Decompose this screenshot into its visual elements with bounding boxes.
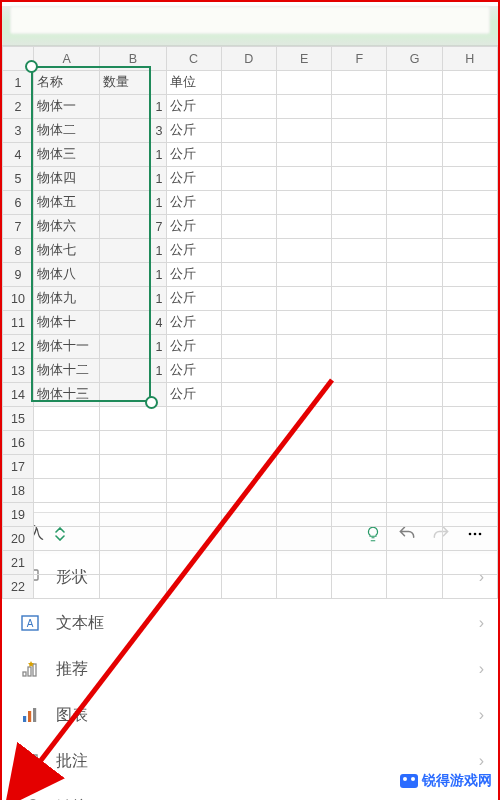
cell[interactable] — [33, 503, 99, 527]
cell[interactable] — [166, 575, 221, 599]
cell[interactable] — [276, 383, 331, 407]
row-header[interactable]: 10 — [3, 287, 34, 311]
cell[interactable] — [387, 431, 442, 455]
cell[interactable] — [276, 95, 331, 119]
row-header[interactable]: 22 — [3, 575, 34, 599]
cell[interactable] — [387, 71, 442, 95]
cell[interactable] — [332, 335, 387, 359]
cell[interactable] — [276, 455, 331, 479]
cell[interactable] — [100, 407, 166, 431]
row-header[interactable]: 4 — [3, 143, 34, 167]
row-header[interactable]: 15 — [3, 407, 34, 431]
cell[interactable] — [332, 311, 387, 335]
cell[interactable]: 1 — [100, 143, 166, 167]
cell[interactable] — [221, 479, 276, 503]
row-header[interactable]: 12 — [3, 335, 34, 359]
cell[interactable] — [221, 311, 276, 335]
cell[interactable] — [276, 119, 331, 143]
cell[interactable] — [442, 239, 497, 263]
cell[interactable] — [442, 455, 497, 479]
cell[interactable] — [221, 167, 276, 191]
cell[interactable] — [332, 503, 387, 527]
cell[interactable] — [442, 551, 497, 575]
cell[interactable]: 单位 — [166, 71, 221, 95]
cell[interactable]: 1 — [100, 239, 166, 263]
cell[interactable] — [276, 311, 331, 335]
cell[interactable] — [33, 479, 99, 503]
cell[interactable] — [276, 167, 331, 191]
cell[interactable] — [442, 479, 497, 503]
row-header[interactable]: 7 — [3, 215, 34, 239]
cell[interactable] — [221, 335, 276, 359]
cell[interactable]: 1 — [100, 263, 166, 287]
col-header-a[interactable]: A — [33, 47, 99, 71]
cell[interactable] — [332, 455, 387, 479]
cell[interactable] — [100, 575, 166, 599]
cell[interactable] — [221, 95, 276, 119]
cell[interactable]: 公斤 — [166, 167, 221, 191]
cell[interactable] — [100, 479, 166, 503]
cell[interactable] — [332, 263, 387, 287]
row-header[interactable]: 16 — [3, 431, 34, 455]
cell[interactable]: 公斤 — [166, 239, 221, 263]
row-header[interactable]: 9 — [3, 263, 34, 287]
cell[interactable] — [442, 263, 497, 287]
cell[interactable]: 物体三 — [33, 143, 99, 167]
spreadsheet-grid[interactable]: A B C D E F G H 1名称数量单位2物体一1公斤3物体二3公斤4物体… — [2, 46, 498, 599]
cell[interactable]: 1 — [100, 191, 166, 215]
col-header-c[interactable]: C — [166, 47, 221, 71]
menu-item-chart[interactable]: 图表 › — [2, 692, 498, 738]
cell[interactable]: 物体十二 — [33, 359, 99, 383]
cell[interactable]: 1 — [100, 359, 166, 383]
col-header-f[interactable]: F — [332, 47, 387, 71]
cell[interactable] — [332, 575, 387, 599]
cell[interactable] — [33, 431, 99, 455]
cell[interactable] — [442, 335, 497, 359]
cell[interactable]: 物体六 — [33, 215, 99, 239]
cell[interactable] — [221, 431, 276, 455]
cell[interactable] — [387, 551, 442, 575]
cell[interactable] — [332, 359, 387, 383]
cell[interactable] — [387, 215, 442, 239]
row-header[interactable]: 6 — [3, 191, 34, 215]
cell[interactable] — [166, 431, 221, 455]
cell[interactable] — [332, 215, 387, 239]
cell[interactable] — [276, 239, 331, 263]
cell[interactable]: 3 — [100, 119, 166, 143]
cell[interactable] — [100, 455, 166, 479]
cell[interactable] — [442, 191, 497, 215]
menu-item-textbox[interactable]: A 文本框 › — [2, 600, 498, 646]
cell[interactable] — [442, 95, 497, 119]
cell[interactable] — [276, 407, 331, 431]
row-header[interactable]: 8 — [3, 239, 34, 263]
cell[interactable] — [387, 527, 442, 551]
cell[interactable]: 名称 — [33, 71, 99, 95]
cell[interactable] — [100, 551, 166, 575]
cell[interactable] — [332, 191, 387, 215]
row-header[interactable]: 13 — [3, 359, 34, 383]
cell[interactable] — [332, 143, 387, 167]
cell[interactable] — [100, 383, 166, 407]
cell[interactable] — [276, 143, 331, 167]
cell[interactable] — [221, 287, 276, 311]
cell[interactable] — [166, 407, 221, 431]
cell[interactable]: 公斤 — [166, 215, 221, 239]
cell[interactable] — [276, 335, 331, 359]
cell[interactable] — [166, 503, 221, 527]
cell[interactable]: 物体十一 — [33, 335, 99, 359]
cell[interactable]: 4 — [100, 311, 166, 335]
cell[interactable] — [33, 407, 99, 431]
spreadsheet-area[interactable]: A B C D E F G H 1名称数量单位2物体一1公斤3物体二3公斤4物体… — [2, 46, 498, 512]
cell[interactable] — [33, 455, 99, 479]
cell[interactable] — [332, 407, 387, 431]
cell[interactable]: 物体七 — [33, 239, 99, 263]
cell[interactable] — [442, 527, 497, 551]
cell[interactable]: 公斤 — [166, 119, 221, 143]
cell[interactable] — [221, 407, 276, 431]
row-header[interactable]: 5 — [3, 167, 34, 191]
cell[interactable]: 公斤 — [166, 143, 221, 167]
cell[interactable] — [442, 215, 497, 239]
cell[interactable] — [387, 311, 442, 335]
cell[interactable]: 1 — [100, 167, 166, 191]
col-header-b[interactable]: B — [100, 47, 166, 71]
